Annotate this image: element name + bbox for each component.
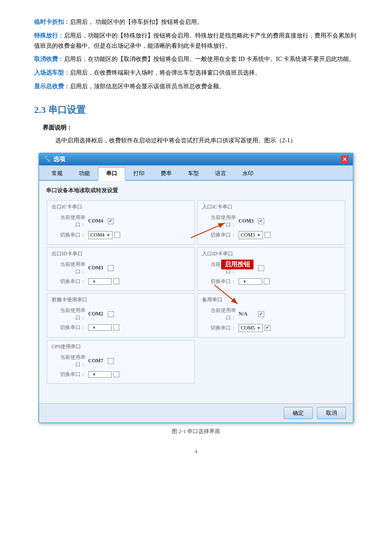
port-switch-label-exit-id: 切换串口： [52,278,86,285]
port-row-current-exit-ic: 当前使用串口： COM4 [52,214,190,228]
dialog-titlebar-left: 🔧 选项 [43,156,65,163]
port-current-checkbox-exit-id[interactable] [108,265,114,271]
text-ruchang: ：启用后，在收费终端刷卡入场时，将会弹出车型选择窗口供值班员选择。 [64,69,261,76]
port-current-checkbox-entry-id[interactable] [258,265,264,271]
text-linshikazhekou: ：启用后， 功能区中的【停车折扣】按钮将会启用。 [64,19,203,25]
port-switch-label-cps: 切换串口： [52,371,86,378]
interface-desc: 选中启用选择框后，收费软件在启动过程中将会尝试打开此串口供读写器使用。图示（2-… [55,135,358,146]
chevron-down-icon: ▼ [106,233,110,237]
port-switch-checkbox-rf[interactable] [113,324,119,330]
port-grid: 出口IC卡串口 当前使用串口： COM4 切换串口： COM4▼ 入口IC卡串口 [46,199,346,338]
spacer [46,384,346,397]
port-switch-checkbox-exit-id[interactable] [113,278,119,284]
port-group-exit-ic: 出口IC卡串口 当前使用串口： COM4 切换串口： COM4▼ [47,200,195,245]
port-group-backup: 备用串口 当前使用串口： N/A 切换串口： COM5▼ [197,293,345,338]
port-switch-checkbox-exit-ic[interactable] [114,232,120,238]
port-group-rf: 射频卡使用串口 当前使用串口： COM2 切换串口： ▼ [47,293,195,338]
port-current-label-exit-ic: 当前使用串口： [52,214,86,228]
intro-paragraph-5: 显示总收费：启用后，顶部信息区中将会显示该值班员当班总收费金额。 [34,81,358,92]
dialog-title-text: 选项 [53,156,65,163]
chevron-down-icon: ▼ [92,372,96,377]
tab-dayin[interactable]: 打印 [125,167,153,180]
port-row-switch-exit-id: 切换串口： ▼ [52,278,190,285]
term-linshikazhekou: 临时卡折扣 [34,19,64,25]
port-current-value-entry-ic: COM3 [239,218,256,224]
dialog-tabs: 常规 功能 串口 打印 费率 车型 语言 水印 [39,165,353,181]
dialog-title-icon: 🔧 [43,156,51,163]
port-group-title-exit-id: 出口ID卡串口 [52,250,190,257]
chevron-down-icon: ▼ [257,326,261,330]
port-group-entry-ic: 入口IC卡串口 当前使用串口： COM3 切换串口： COM3▼ [197,200,345,245]
port-group-title-exit-ic: 出口IC卡串口 [52,203,190,211]
tab-chuankou[interactable]: 串口 [98,167,125,181]
dialog-content-wrapper: 出口IC卡串口 当前使用串口： COM4 切换串口： COM4▼ 入口IC卡串口 [46,199,346,397]
tab-shuiyin[interactable]: 水印 [234,167,262,180]
port-current-value-cps: COM7 [88,358,105,364]
port-switch-select-cps[interactable]: ▼ [88,371,112,378]
port-row-switch-cps: 切换串口： ▼ [52,371,190,378]
term-ruchang: 入场选车型 [34,69,64,76]
port-current-value-rf: COM2 [88,311,105,317]
cps-grid: CPS使用串口 当前使用串口： COM7 切换串口： ▼ [46,339,346,384]
term-teshufahang: 特殊放行 [34,32,58,39]
intro-paragraph-2: 特殊放行：启用后，功能区中的【特殊放行】按钮将会启用。特殊放行是指忽略此卡产生的… [34,31,358,51]
port-row-switch-exit-ic: 切换串口： COM4▼ [52,231,190,239]
enable-button-label: 启用按钮 [221,260,254,269]
tab-feishuai[interactable]: 费率 [153,167,180,180]
port-switch-checkbox-cps[interactable] [113,371,119,377]
port-row-switch-entry-id: 切换串口： ▼ [202,278,340,285]
port-switch-select-entry-ic[interactable]: COM3▼ [239,231,263,239]
cancel-button[interactable]: 取消 [317,407,346,419]
chevron-down-icon: ▼ [242,279,247,284]
port-row-current-rf: 当前使用串口： COM2 [52,307,190,321]
dialog-body: 串口设备本地读取或转发设置 出口IC卡串口 当前使用串口： COM4 切换串口：… [39,181,353,403]
port-row-current-cps: 当前使用串口： COM7 [52,354,190,368]
intro-paragraph-1: 临时卡折扣：启用后， 功能区中的【停车折扣】按钮将会启用。 [34,17,358,27]
port-switch-select-exit-id[interactable]: ▼ [88,278,112,285]
port-switch-select-backup[interactable]: COM5▼ [239,324,263,332]
section-title-23: 2.3 串口设置 [34,104,358,116]
port-current-checkbox-cps[interactable] [108,358,114,364]
dialog-titlebar: 🔧 选项 ✕ [39,153,353,165]
port-group-entry-id: 入口ID卡串口 当前使用串口： COM4 切换串口： ▼ 启用按钮 [197,247,345,291]
dialog-close-button[interactable]: ✕ [341,156,349,163]
port-group-title-entry-ic: 入口IC卡串口 [202,203,340,211]
port-group-exit-id: 出口ID卡串口 当前使用串口： COM3 切换串口： ▼ [47,247,195,291]
port-current-checkbox-rf[interactable] [108,311,114,317]
tab-changgui[interactable]: 常规 [43,167,71,180]
port-switch-checkbox-backup[interactable] [265,325,271,331]
interface-subtitle: 界面说明： [43,124,358,132]
port-current-checkbox-entry-ic[interactable] [258,218,264,224]
port-current-label-exit-id: 当前使用串口： [52,261,86,275]
port-switch-select-exit-ic[interactable]: COM4▼ [88,231,112,239]
text-quxianshoufei: ：启用后，在功能区的【取消收费】按钮将会启用。一般使用在全套 ID 卡系统中。I… [58,56,355,62]
port-switch-checkbox-entry-ic[interactable] [265,232,271,238]
port-row-current-entry-ic: 当前使用串口： COM3 [202,214,340,228]
port-current-label-entry-ic: 当前使用串口： [202,214,236,228]
text-teshufahang: ：启用后，功能区中的【特殊放行】按钮将会启用。特殊放行是指忽略此卡产生的费用直接… [34,32,356,49]
tab-chexing[interactable]: 车型 [180,167,207,180]
port-switch-select-rf[interactable]: ▼ [88,324,112,331]
port-current-checkbox-backup[interactable] [258,311,264,317]
tab-yuyan[interactable]: 语言 [207,167,234,180]
port-current-label-backup: 当前使用串口： [202,307,236,321]
port-current-value-backup: N/A [239,311,256,317]
port-switch-select-entry-id[interactable]: ▼ [239,278,262,285]
port-group-title-entry-id: 入口ID卡串口 [202,250,340,257]
confirm-button[interactable]: 确定 [284,407,313,419]
page-number: 4 [34,448,358,455]
port-current-checkbox-exit-ic[interactable] [108,218,114,224]
section-heading-text: 串口设置 [48,104,86,115]
tab-gongneng[interactable]: 功能 [71,167,98,180]
port-group-title-backup: 备用串口 [202,296,340,304]
port-switch-label-entry-id: 切换串口： [202,278,236,285]
port-switch-label-exit-ic: 切换串口： [52,231,86,239]
port-group-title-rf: 射频卡使用串口 [52,296,190,304]
text-zongshow: ：启用后，顶部信息区中将会显示该值班员当班总收费金额。 [64,83,225,90]
dialog-footer: 确定 取消 [39,403,353,422]
term-zongshow: 显示总收费 [34,83,64,90]
port-row-switch-rf: 切换串口： ▼ [52,324,190,331]
dialog-section-title: 串口设备本地读取或转发设置 [46,187,346,194]
port-switch-checkbox-entry-id[interactable] [264,278,270,284]
port-current-value-exit-ic: COM4 [88,218,105,224]
